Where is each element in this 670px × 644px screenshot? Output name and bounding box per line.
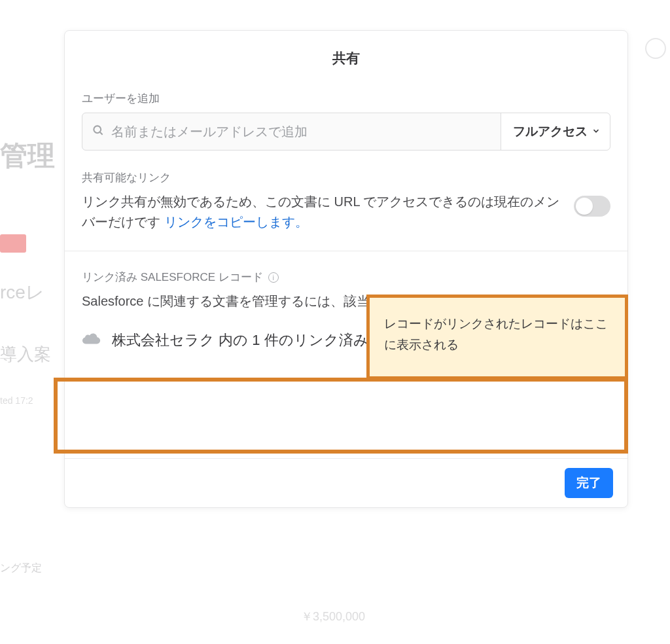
bg-badge [0,234,26,253]
search-input[interactable] [111,124,491,139]
access-level-label: フルアクセス [513,123,588,140]
salesforce-cloud-icon [82,332,101,349]
share-link-label: 共有可能なリンク [82,170,610,185]
bg-title-fragment: 管理 [0,137,55,174]
access-level-select[interactable]: フルアクセス [501,113,610,150]
share-link-desc-block: リンク共有が無効であるため、この文書に URL でアクセスできるのは現在のメンバ… [82,192,561,232]
bg-text-fragment: rceレ [0,280,44,305]
linked-salesforce-label: リンク済み SALESFORCE レコード i [82,270,610,285]
modal-title: 共有 [65,31,627,91]
share-link-desc: リンク共有が無効であるため、この文書に URL でアクセスできるのは現在のメンバ… [82,194,559,229]
annotation-note: レコードがリンクされたレコードはここに表示される [366,295,628,380]
share-modal: 共有 ユーザーを追加 フルアクセス 共有可能なリン [64,30,628,508]
modal-footer: 完了 [65,458,627,507]
link-share-toggle[interactable] [574,196,610,217]
bg-circle-icon [645,38,666,59]
annotation-note-text: レコードがリンクされたレコードはここに表示される [384,317,608,351]
search-cell[interactable] [82,113,501,150]
done-button[interactable]: 完了 [565,468,613,498]
bg-text-fragment: ング予定 [0,562,42,575]
add-user-label: ユーザーを追加 [82,91,610,106]
divider [65,251,627,251]
svg-point-0 [94,126,101,133]
chevron-down-icon [591,124,601,139]
copy-link-action[interactable]: リンクをコピーします。 [164,215,308,229]
bg-text-fragment: 導入案 [0,343,51,366]
bg-amount-fragment: ￥3,500,000 [301,609,365,624]
info-icon[interactable]: i [268,272,279,283]
svg-line-1 [100,132,103,135]
add-user-row: フルアクセス [82,113,610,151]
sf-label-text: リンク済み SALESFORCE レコード [82,270,263,285]
toggle-knob [576,198,593,215]
bg-text-fragment: ted 17:2 [0,395,33,406]
search-icon [92,124,105,139]
